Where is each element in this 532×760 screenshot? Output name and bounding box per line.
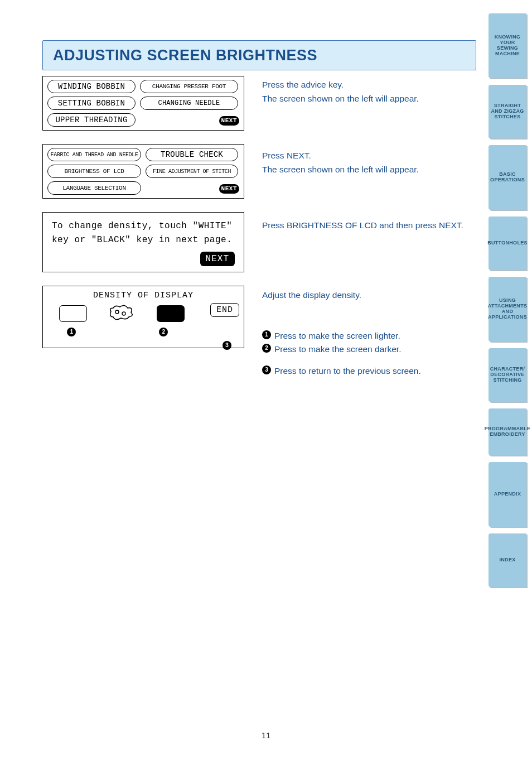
tab-buttonholes[interactable]: BUTTONHOLES [489,217,526,270]
left-column: WINDING BOBBIN CHANGING PRESSER FOOT SET… [42,76,244,378]
legend-text-1: Press to make the screen lighter. [274,330,477,341]
setting-bobbin-button[interactable]: SETTING BOBBIN [47,97,136,110]
next-button-3[interactable]: NEXT [200,252,235,266]
black-key-button[interactable] [157,305,185,322]
step-2a: Press NEXT. [262,150,477,161]
section-title: ADJUSTING SCREEN BRIGHTNESS [53,47,317,64]
white-key-button[interactable] [59,305,87,322]
legend-bullet-2: 2 [262,344,271,353]
lcd-panel-4: DENSITY OF DISPLAY [42,286,244,348]
changing-presser-foot-button[interactable]: CHANGING PRESSER FOOT [140,80,238,93]
winding-bobbin-button[interactable]: WINDING BOBBIN [47,80,136,93]
right-column: Press the advice key. The screen shown o… [262,76,477,378]
svg-point-0 [115,310,119,314]
legend-text-3: Press to return to the previous screen. [274,365,477,376]
tab-embroidery[interactable]: PROGRAMMABLE EMBROIDERY [489,408,526,455]
tab-basic-operations[interactable]: BASIC OPERATIONS [489,145,526,210]
tab-appendix[interactable]: APPENDIX [489,462,526,527]
callout-1: 1 [67,328,76,336]
svg-point-1 [122,312,125,315]
instruction-text-line2: key or "BLACK" key in next page. [52,233,235,247]
density-title: DENSITY OF DISPLAY [49,291,238,300]
next-button-2[interactable]: NEXT [219,184,239,194]
tab-index[interactable]: INDEX [489,533,526,587]
tab-straight-zigzag[interactable]: STRAIGHT AND ZIGZAG STITCHES [489,85,526,138]
legend-bullet-1: 1 [262,330,271,339]
tab-decorative[interactable]: CHARACTER/ DECORATIVE STITCHING [489,348,526,402]
lcd-panel-1: WINDING BOBBIN CHANGING PRESSER FOOT SET… [42,76,244,131]
step-3a: Press BRIGHTNESS OF LCD and then press N… [262,220,477,230]
end-button[interactable]: END [210,303,239,317]
lcd-panel-3: To change density, touch "WHITE" key or … [42,212,244,272]
callout-3: 3 [223,341,231,350]
fine-adjustment-button[interactable]: FINE ADJUSTMENT OF STITCH [146,165,238,178]
legend-bullet-3: 3 [262,365,271,374]
brightness-of-lcd-button[interactable]: BRIGHTNESS OF LCD [47,165,141,178]
tab-knowing-machine[interactable]: KNOWING YOUR SEWING MACHINE [489,13,526,78]
legend-text-2: Press to make the screen darker. [274,344,477,354]
upper-threading-button[interactable]: UPPER THREADING [47,113,136,127]
language-selection-button[interactable]: LANGUAGE SELECTION [47,181,141,195]
thumb-tabs: KNOWING YOUR SEWING MACHINE STRAIGHT AND… [489,13,532,594]
lcd-panel-2: FABRIC AND THREAD AND NEEDLE TROUBLE CHE… [42,144,244,199]
step-2b: The screen shown on the left will appear… [262,164,477,175]
section-title-bar: ADJUSTING SCREEN BRIGHTNESS [42,40,476,70]
density-blob-icon [108,304,136,321]
instruction-text-line1: To change density, touch "WHITE" [52,219,235,233]
tab-attachments[interactable]: USING ATTACHMENTS AND APPLICATIONS [489,277,526,341]
fabric-thread-needle-button[interactable]: FABRIC AND THREAD AND NEEDLE [47,148,141,161]
callout-2: 2 [159,328,168,336]
step-1b: The screen shown on the left will appear… [262,93,477,104]
changing-needle-button[interactable]: CHANGING NEEDLE [140,97,238,110]
page-number: 11 [262,730,271,740]
step-4a: Adjust the display density. [262,290,477,300]
next-button-1[interactable]: NEXT [219,116,239,126]
trouble-check-button[interactable]: TROUBLE CHECK [146,148,238,161]
step-1a: Press the advice key. [262,79,477,90]
